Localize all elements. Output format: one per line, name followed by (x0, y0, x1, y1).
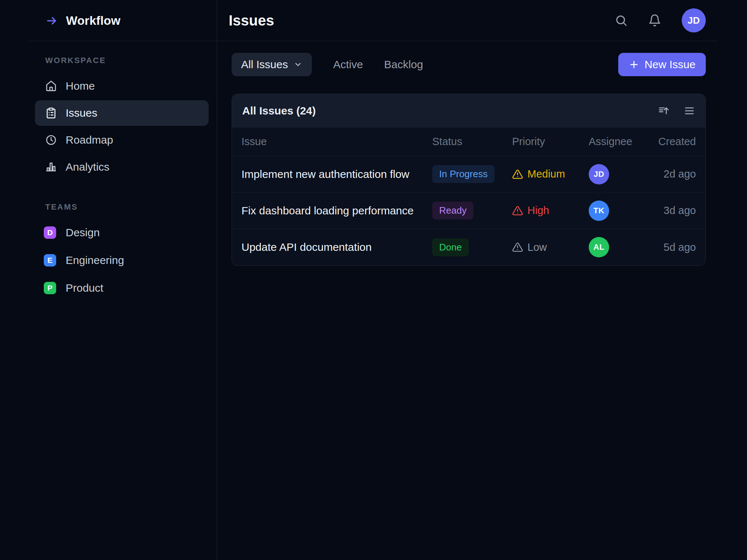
issue-title: Implement new authentication flow (241, 168, 432, 180)
priority-label: High (527, 205, 549, 217)
filter-dropdown[interactable]: All Issues (232, 53, 312, 76)
created-cell: 3d ago (654, 205, 696, 217)
arrow-right-icon (46, 15, 58, 27)
sort-button[interactable] (658, 105, 670, 117)
column-header-assignee: Assignee (589, 136, 654, 148)
priority-label: Medium (527, 168, 565, 180)
status-badge: In Progress (432, 165, 495, 183)
card-title: All Issues (24) (242, 105, 316, 117)
priority-cell: Low (512, 241, 589, 253)
team-label: Design (66, 226, 100, 239)
page-title: Issues (229, 12, 274, 29)
brand: Workflow (0, 0, 217, 41)
app-root: Workflow WORKSPACE Home Issues Roadmap A… (0, 0, 747, 560)
priority-cell: Medium (512, 168, 589, 180)
chevron-down-icon (294, 60, 302, 69)
sidebar-item-roadmap[interactable]: Roadmap (35, 127, 209, 153)
column-header-status: Status (432, 136, 512, 148)
table-header-row: Issue Status Priority Assignee Created (232, 128, 705, 156)
team-label: Engineering (66, 254, 124, 267)
card-actions (658, 105, 695, 117)
content: All Issues Active Backlog New Issue All … (217, 41, 747, 266)
team-badge: E (44, 254, 56, 267)
list-view-button[interactable] (684, 105, 695, 117)
assignee-avatar: AL (589, 237, 609, 257)
tab-backlog[interactable]: Backlog (384, 58, 423, 71)
column-header-issue: Issue (241, 136, 432, 148)
issue-title: Update API documentation (241, 241, 432, 253)
plus-icon (628, 59, 639, 70)
column-header-priority: Priority (512, 136, 589, 148)
priority-label: Low (527, 241, 547, 253)
top-actions: JD (615, 8, 706, 32)
team-badge: D (44, 226, 56, 239)
sidebar-item-label: Roadmap (66, 134, 113, 146)
clock-icon (45, 134, 57, 146)
warning-triangle-icon (512, 205, 523, 216)
new-issue-button[interactable]: New Issue (618, 53, 706, 76)
notifications-button[interactable] (648, 14, 661, 27)
table-row[interactable]: Implement new authentication flow In Pro… (232, 156, 705, 192)
table-row[interactable]: Fix dashboard loading performance Ready … (232, 192, 705, 229)
sidebar-team-design[interactable]: D Design (35, 220, 209, 245)
sidebar-item-label: Home (66, 80, 95, 92)
issues-card: All Issues (24) Issue Status Priority (232, 94, 706, 266)
sidebar-item-label: Analytics (66, 161, 109, 173)
toolbar: All Issues Active Backlog New Issue (232, 53, 706, 76)
created-cell: 5d ago (654, 241, 696, 253)
menu-icon (684, 105, 695, 117)
search-icon (615, 14, 628, 27)
tab-active[interactable]: Active (333, 58, 363, 71)
card-header: All Issues (24) (232, 94, 705, 128)
brand-name: Workflow (66, 14, 121, 28)
team-label: Product (66, 282, 103, 294)
main-area: Issues JD All Issues Active Backlog (217, 0, 747, 560)
bell-icon (648, 14, 661, 27)
user-avatar[interactable]: JD (682, 8, 706, 32)
column-header-created: Created (654, 136, 696, 148)
sidebar-team-engineering[interactable]: E Engineering (35, 248, 209, 273)
workspace-section-label: WORKSPACE (45, 56, 209, 65)
sidebar: Workflow WORKSPACE Home Issues Roadmap A… (0, 0, 217, 560)
warning-triangle-icon (512, 169, 523, 180)
sidebar-item-analytics[interactable]: Analytics (35, 154, 209, 180)
clipboard-icon (45, 107, 57, 119)
status-badge: Done (432, 238, 469, 256)
table-row[interactable]: Update API documentation Done Low AL 5d … (232, 229, 705, 265)
sort-ascending-icon (658, 105, 670, 117)
assignee-avatar: JD (589, 164, 609, 184)
sidebar-item-issues[interactable]: Issues (35, 100, 209, 126)
top-bar: Issues JD (217, 0, 718, 41)
sidebar-team-product[interactable]: P Product (35, 275, 209, 301)
teams-section-label: TEAMS (45, 202, 209, 212)
priority-cell: High (512, 205, 589, 217)
bar-chart-icon (45, 161, 57, 173)
team-badge: P (44, 282, 56, 294)
status-badge: Ready (432, 202, 473, 219)
issue-title: Fix dashboard loading performance (241, 205, 432, 217)
new-issue-label: New Issue (645, 58, 696, 71)
home-icon (45, 80, 57, 92)
sidebar-item-label: Issues (66, 107, 97, 119)
filter-label: All Issues (241, 58, 288, 71)
sidebar-item-home[interactable]: Home (35, 73, 209, 99)
created-cell: 2d ago (654, 168, 696, 180)
assignee-avatar: TK (589, 201, 609, 221)
search-button[interactable] (615, 14, 628, 27)
sidebar-nav: WORKSPACE Home Issues Roadmap Analytics … (0, 41, 217, 303)
warning-triangle-icon (512, 242, 523, 253)
